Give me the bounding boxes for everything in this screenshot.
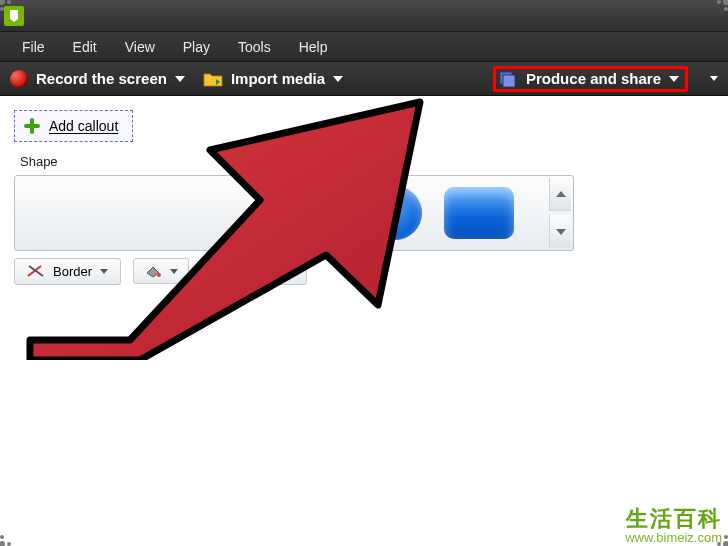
shape-section: Shape (14, 154, 714, 285)
add-callout-label: Add callout (49, 118, 118, 134)
menu-play[interactable]: Play (169, 35, 224, 59)
chevron-down-icon (669, 76, 679, 82)
menu-file[interactable]: File (8, 35, 59, 59)
fill-button[interactable] (133, 258, 189, 284)
produce-share-button[interactable]: Produce and share (493, 66, 688, 92)
border-icon (27, 264, 45, 278)
app-window: File Edit View Play Tools Help Record th… (0, 0, 728, 546)
menu-tools[interactable]: Tools (224, 35, 285, 59)
titlebar (0, 0, 728, 32)
chevron-down-icon (170, 269, 178, 274)
import-label: Import media (231, 70, 325, 87)
content-area: Add callout Shape (0, 96, 728, 546)
watermark: 生活百科 www.bimeiz.com (625, 506, 722, 546)
shape-option[interactable] (17, 179, 101, 247)
watermark-title: 生活百科 (625, 506, 722, 531)
shape-option-rect[interactable] (437, 179, 521, 247)
shape-scroll-down[interactable] (549, 215, 571, 248)
shape-scroll-up[interactable] (549, 178, 571, 211)
menu-edit[interactable]: Edit (59, 35, 111, 59)
circle-icon (368, 186, 422, 240)
produce-icon (498, 70, 518, 88)
svg-rect-4 (219, 268, 228, 277)
record-label: Record the screen (36, 70, 167, 87)
chevron-down-icon (556, 229, 566, 235)
shape-options-row: Border (14, 257, 714, 285)
shape-heading: Shape (14, 154, 714, 169)
app-logo (4, 6, 24, 26)
watermark-url: www.bimeiz.com (625, 531, 722, 546)
shape-option-circle[interactable] (353, 179, 437, 247)
shape-option[interactable] (101, 179, 185, 247)
chevron-down-icon (100, 269, 108, 274)
shape-picker[interactable] (14, 175, 574, 251)
add-callout-button[interactable]: Add callout (14, 110, 133, 142)
produce-label: Produce and share (526, 70, 661, 87)
chevron-up-icon (556, 191, 566, 197)
effects-label: Effects (238, 264, 278, 279)
shape-option[interactable] (269, 179, 353, 247)
toolbar: Record the screen Import media Produce a… (0, 62, 728, 96)
toolbar-overflow-icon[interactable] (710, 76, 718, 81)
svg-rect-1 (503, 75, 515, 87)
plus-icon (23, 117, 41, 135)
menu-view[interactable]: View (111, 35, 169, 59)
folder-import-icon (203, 71, 223, 87)
border-button[interactable]: Border (14, 258, 121, 285)
menu-help[interactable]: Help (285, 35, 342, 59)
shape-option[interactable] (185, 179, 269, 247)
svg-point-2 (157, 273, 161, 277)
chevron-down-icon (175, 76, 185, 82)
chevron-down-icon (286, 269, 294, 274)
record-icon (10, 70, 28, 88)
effects-icon (214, 263, 230, 279)
border-label: Border (53, 264, 92, 279)
import-media-button[interactable]: Import media (203, 70, 343, 87)
effects-button[interactable]: Effects (201, 257, 307, 285)
record-screen-button[interactable]: Record the screen (10, 70, 185, 88)
rounded-rect-icon (444, 187, 514, 239)
chevron-down-icon (333, 76, 343, 82)
fill-icon (144, 264, 162, 278)
menubar: File Edit View Play Tools Help (0, 32, 728, 62)
